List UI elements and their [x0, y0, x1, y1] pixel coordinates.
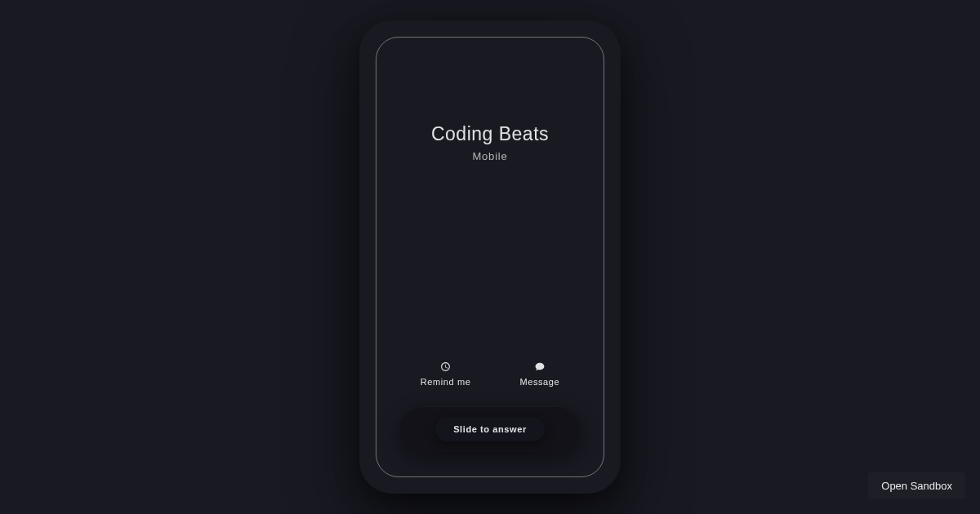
slide-label: Slide to answer	[453, 424, 527, 434]
action-row: Remind me Message	[421, 361, 560, 387]
slide-to-answer-track[interactable]: Slide to answer	[400, 406, 580, 452]
phone-screen: Coding Beats Mobile Remind me	[376, 37, 604, 477]
slide-pill[interactable]: Slide to answer	[435, 417, 545, 441]
open-sandbox-button[interactable]: Open Sandbox	[868, 472, 965, 499]
remind-me-button[interactable]: Remind me	[421, 361, 471, 387]
phone-frame: Coding Beats Mobile Remind me	[359, 20, 621, 494]
message-button[interactable]: Message	[519, 361, 559, 387]
message-icon	[534, 361, 546, 372]
message-label: Message	[519, 377, 559, 387]
bottom-section: Remind me Message Slide to answer	[376, 361, 604, 452]
caller-subtitle: Mobile	[431, 150, 549, 162]
caller-name: Coding Beats	[431, 123, 549, 145]
clock-icon	[440, 361, 452, 372]
remind-me-label: Remind me	[421, 377, 471, 387]
caller-info: Coding Beats Mobile	[431, 123, 549, 162]
